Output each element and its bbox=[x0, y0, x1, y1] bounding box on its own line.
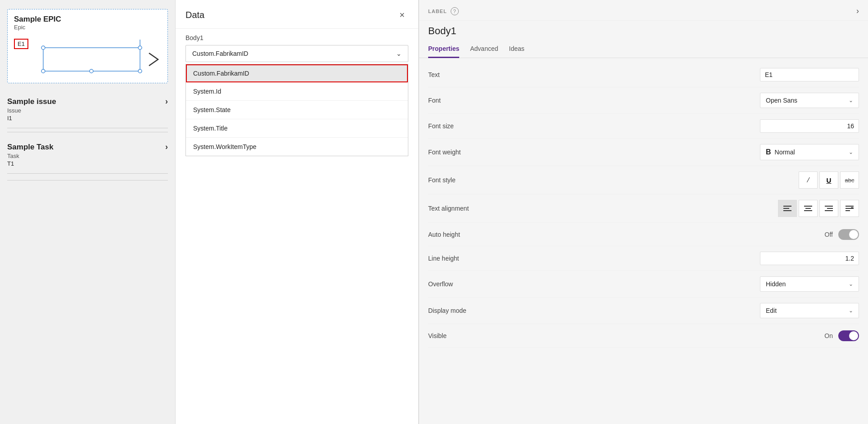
tab-ideas[interactable]: Ideas bbox=[509, 41, 524, 58]
font-weight-select[interactable]: B Normal ⌄ bbox=[760, 144, 859, 160]
dropdown-item-fabrikam-label: Custom.FabrikamID bbox=[193, 70, 249, 77]
svg-point-6 bbox=[90, 69, 93, 73]
text-alignment-property-value bbox=[491, 200, 859, 217]
display-mode-select-text: Edit bbox=[766, 307, 777, 314]
dropdown-item-title-label: System.Title bbox=[193, 125, 228, 132]
properties-body: Text Font Open Sans ⌄ Font size Font bbox=[419, 58, 868, 424]
task-item: Sample Task › Task T1 bbox=[7, 136, 168, 174]
visible-toggle-row: On bbox=[819, 330, 859, 341]
bold-b-icon: B bbox=[766, 148, 771, 156]
font-select-text: Open Sans bbox=[766, 97, 797, 104]
dropdown-trigger[interactable]: Custom.FabrikamID ⌄ bbox=[185, 45, 408, 62]
align-right-icon bbox=[825, 205, 833, 212]
auto-height-toggle[interactable] bbox=[838, 229, 859, 240]
display-mode-select-chevron-icon: ⌄ bbox=[849, 307, 853, 314]
tab-advanced[interactable]: Advanced bbox=[470, 41, 498, 58]
display-mode-property-label: Display mode bbox=[428, 307, 491, 314]
dropdown-item-state-label: System.State bbox=[193, 106, 231, 113]
dropdown-trigger-text: Custom.FabrikamID bbox=[192, 50, 248, 57]
issue-type: Issue bbox=[7, 107, 168, 114]
data-modal-title: Data bbox=[185, 10, 204, 20]
help-text: ? bbox=[453, 9, 456, 14]
auto-height-toggle-row: Off bbox=[825, 229, 859, 240]
right-header: LABEL ? › bbox=[419, 0, 868, 21]
italic-button[interactable]: / bbox=[799, 171, 818, 189]
separator bbox=[7, 132, 168, 132]
nav-arrow-icon[interactable]: › bbox=[856, 6, 859, 16]
task-chevron[interactable]: › bbox=[165, 142, 168, 152]
strikethrough-button[interactable]: abc bbox=[840, 171, 859, 189]
visible-toggle-knob bbox=[849, 331, 858, 340]
text-alignment-property-label: Text alignment bbox=[428, 205, 491, 212]
issue-item: Sample issue › Issue I1 bbox=[7, 90, 168, 128]
body1-title: Body1 bbox=[419, 21, 868, 41]
data-body1-label: Body1 bbox=[176, 29, 418, 45]
font-weight-property-row: Font weight B Normal ⌄ bbox=[428, 139, 859, 166]
font-weight-select-chevron-icon: ⌄ bbox=[849, 149, 853, 155]
font-property-label: Font bbox=[428, 97, 491, 104]
epic-card: Sample EPIC Epic E1 bbox=[7, 9, 168, 83]
dropdown-item-workitemtype-label: System.WorkItemType bbox=[193, 143, 257, 150]
font-select-chevron-icon: ⌄ bbox=[849, 97, 853, 104]
text-property-value bbox=[491, 68, 859, 81]
overflow-property-label: Overflow bbox=[428, 280, 491, 288]
font-weight-property-value: B Normal ⌄ bbox=[491, 144, 859, 160]
align-center-button[interactable] bbox=[799, 200, 818, 217]
auto-height-toggle-knob bbox=[849, 230, 858, 239]
help-icon[interactable]: ? bbox=[451, 7, 459, 15]
data-modal-close-button[interactable]: × bbox=[396, 8, 408, 22]
font-weight-select-text: Normal bbox=[775, 149, 795, 156]
font-property-row: Font Open Sans ⌄ bbox=[428, 87, 859, 114]
svg-point-5 bbox=[138, 46, 142, 50]
tab-ideas-label: Ideas bbox=[509, 45, 524, 52]
data-modal: Data × Body1 Custom.FabrikamID ⌄ Custom.… bbox=[176, 0, 418, 424]
label-row: LABEL ? bbox=[428, 7, 459, 15]
font-select[interactable]: Open Sans ⌄ bbox=[760, 93, 859, 108]
auto-height-property-value: Off bbox=[491, 229, 859, 240]
text-input[interactable] bbox=[760, 68, 859, 81]
font-size-input[interactable] bbox=[760, 119, 859, 133]
svg-point-7 bbox=[138, 69, 142, 73]
overflow-select[interactable]: Hidden ⌄ bbox=[760, 276, 859, 292]
tab-properties[interactable]: Properties bbox=[428, 41, 459, 58]
tab-advanced-label: Advanced bbox=[470, 45, 498, 52]
bottom-separator bbox=[7, 180, 168, 180]
font-size-property-row: Font size bbox=[428, 114, 859, 139]
visible-toggle[interactable] bbox=[838, 330, 859, 341]
dropdown-item-workitemtype[interactable]: System.WorkItemType bbox=[186, 138, 408, 156]
auto-height-toggle-label: Off bbox=[825, 231, 833, 238]
issue-chevron[interactable]: › bbox=[165, 97, 168, 106]
svg-point-8 bbox=[41, 69, 45, 73]
display-mode-select[interactable]: Edit ⌄ bbox=[760, 303, 859, 318]
dropdown-item-id[interactable]: System.Id bbox=[186, 82, 408, 101]
align-justify-button[interactable] bbox=[840, 200, 859, 217]
font-style-property-row: Font style / U abc bbox=[428, 166, 859, 194]
task-id: T1 bbox=[7, 160, 168, 167]
font-style-property-value: / U abc bbox=[491, 171, 859, 189]
left-panel: Sample EPIC Epic E1 bbox=[0, 0, 176, 424]
line-height-property-row: Line height bbox=[428, 246, 859, 271]
dropdown-item-fabrikam[interactable]: Custom.FabrikamID bbox=[186, 64, 408, 82]
svg-point-4 bbox=[41, 46, 45, 50]
overflow-select-chevron-icon: ⌄ bbox=[849, 281, 853, 287]
line-height-input[interactable] bbox=[760, 252, 859, 265]
line-height-property-value bbox=[491, 252, 859, 265]
underline-button[interactable]: U bbox=[819, 171, 838, 189]
align-left-button[interactable] bbox=[778, 200, 797, 217]
align-group bbox=[778, 200, 859, 217]
right-panel: LABEL ? › Body1 Properties Advanced Idea… bbox=[419, 0, 868, 424]
auto-height-property-label: Auto height bbox=[428, 231, 491, 238]
display-mode-property-value: Edit ⌄ bbox=[491, 303, 859, 318]
font-style-property-label: Font style bbox=[428, 176, 491, 184]
auto-height-property-row: Auto height Off bbox=[428, 223, 859, 246]
overflow-property-value: Hidden ⌄ bbox=[491, 276, 859, 292]
line-height-property-label: Line height bbox=[428, 255, 491, 262]
task-title: Sample Task bbox=[7, 143, 54, 152]
dropdown-item-title[interactable]: System.Title bbox=[186, 119, 408, 138]
font-style-group: / U abc bbox=[799, 171, 859, 189]
font-size-property-label: Font size bbox=[428, 122, 491, 130]
overflow-property-row: Overflow Hidden ⌄ bbox=[428, 271, 859, 298]
dropdown-item-state[interactable]: System.State bbox=[186, 101, 408, 119]
align-right-button[interactable] bbox=[819, 200, 838, 217]
data-modal-header: Data × bbox=[176, 0, 418, 29]
